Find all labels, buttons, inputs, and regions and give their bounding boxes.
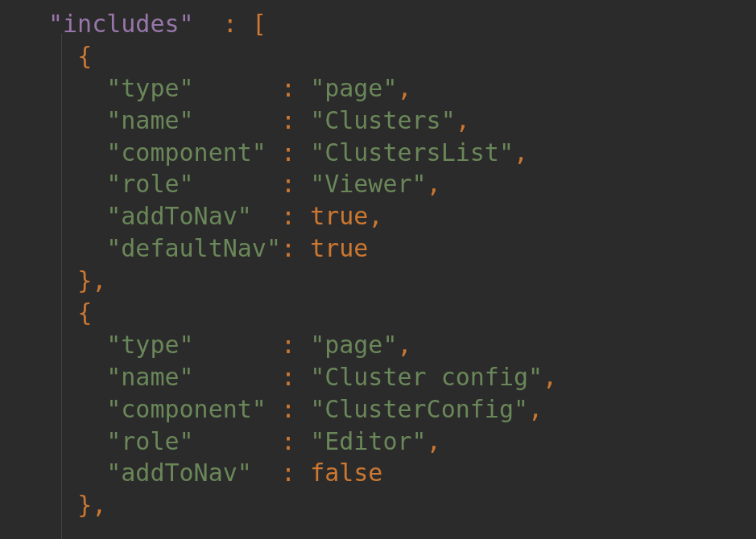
colon: : <box>281 170 295 198</box>
json-key-component: "component" <box>106 395 266 423</box>
json-value-true: true <box>310 234 368 262</box>
code-line-9: }, <box>48 266 106 294</box>
json-value-page: "page" <box>310 74 397 102</box>
code-line-4: "name" : "Clusters", <box>48 106 470 134</box>
comma: , <box>398 74 412 102</box>
close-brace: } <box>77 491 92 519</box>
json-key-role: "role" <box>106 170 193 198</box>
comma: , <box>543 363 557 391</box>
code-line-14: "role" : "Editor", <box>48 427 441 455</box>
comma: , <box>368 202 382 230</box>
comma: , <box>528 395 543 423</box>
json-key-addtonav: "addToNav" <box>106 202 252 230</box>
json-value-editor: "Editor" <box>310 427 427 455</box>
comma: , <box>92 491 106 519</box>
json-key-name: "name" <box>106 363 193 391</box>
json-value-page: "page" <box>310 331 397 359</box>
code-line-10: { <box>48 298 92 327</box>
code-line-7: "addToNav" : true, <box>48 202 382 230</box>
json-key-name: "name" <box>106 106 193 134</box>
comma: , <box>514 138 528 167</box>
colon: : <box>281 363 295 391</box>
code-line-5: "component" : "ClustersList", <box>48 138 528 167</box>
open-bracket: [ <box>252 10 266 38</box>
open-brace: { <box>77 298 92 327</box>
code-line-16: }, <box>48 491 106 519</box>
comma: , <box>398 331 412 359</box>
code-editor[interactable]: "includes" : [ { "type" : "page", "name"… <box>0 0 756 521</box>
json-key-defaultnav: "defaultNav" <box>106 234 281 262</box>
colon: : <box>281 459 295 487</box>
code-line-8: "defaultNav": true <box>48 234 368 262</box>
code-line-2: { <box>48 42 92 70</box>
json-value-clusterconfig-name: "Cluster config" <box>310 363 543 391</box>
json-key-role: "role" <box>106 427 193 455</box>
code-line-11: "type" : "page", <box>48 331 412 359</box>
json-value-clusters: "Clusters" <box>310 106 456 134</box>
colon: : <box>281 234 295 262</box>
json-key-includes: "includes" <box>48 10 194 38</box>
comma: , <box>427 170 441 198</box>
comma: , <box>456 106 470 134</box>
colon: : <box>281 106 295 134</box>
code-line-6: "role" : "Viewer", <box>48 170 441 198</box>
open-brace: { <box>77 42 92 70</box>
comma: , <box>92 266 106 294</box>
colon: : <box>281 202 295 230</box>
json-key-type: "type" <box>106 331 193 359</box>
close-brace: } <box>77 266 92 294</box>
json-key-type: "type" <box>106 74 193 102</box>
json-value-true: true <box>310 202 368 230</box>
colon: : <box>281 74 295 102</box>
json-value-clusterconfig-comp: "ClusterConfig" <box>310 395 528 423</box>
json-value-clusterslist: "ClustersList" <box>310 138 514 167</box>
colon: : <box>281 395 295 423</box>
json-value-false: false <box>310 459 382 487</box>
code-line-15: "addToNav" : false <box>48 459 382 487</box>
json-key-component: "component" <box>106 138 266 167</box>
code-line-13: "component" : "ClusterConfig", <box>48 395 543 423</box>
colon: : <box>223 10 238 38</box>
json-value-viewer: "Viewer" <box>310 170 427 198</box>
code-line-1: "includes" : [ <box>48 10 266 38</box>
colon: : <box>281 427 295 455</box>
colon: : <box>281 138 295 167</box>
code-line-3: "type" : "page", <box>48 74 412 102</box>
comma: , <box>427 427 441 455</box>
colon: : <box>281 331 295 359</box>
json-key-addtonav: "addToNav" <box>106 459 252 487</box>
code-line-12: "name" : "Cluster config", <box>48 363 557 391</box>
